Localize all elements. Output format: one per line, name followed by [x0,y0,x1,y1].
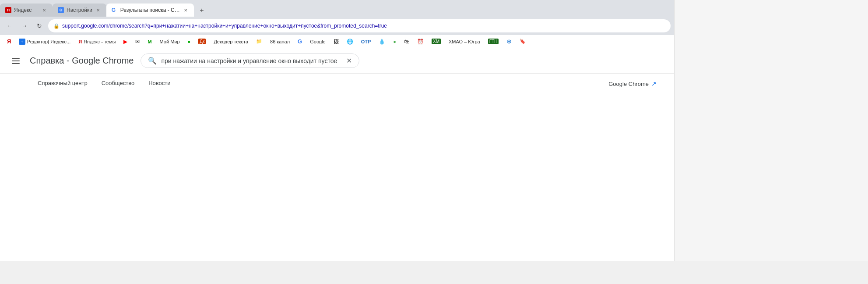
bookmark-hmao-icon[interactable]: ХМ [428,38,444,45]
search-query-text: при нажатии на настройки и управление ок… [161,57,342,64]
forward-button[interactable]: → [18,20,31,32]
help-header: Справка - Google Chrome 🔍 при нажатии на… [0,48,674,74]
content-area [0,94,674,261]
tab-settings[interactable]: ⚙ Настройки ✕ [53,4,106,17]
hamburger-line-2 [12,60,20,61]
help-logo: Справка - Google Chrome [30,56,134,66]
bookmark-yandex-themes[interactable]: Я Яндекс - темы [75,38,119,45]
tab-label-yandex: Яндекс [14,7,39,13]
tab-label-settings: Настройки [67,7,92,13]
product-label-text: Google Chrome [608,81,649,87]
address-text: support.google.com/chrome/search?q=при+н… [62,23,665,29]
bookmark-hmao[interactable]: ХМАО – Югра [445,38,484,45]
bookmark-tag[interactable]: 🔖 [516,38,529,45]
back-button[interactable]: ← [4,20,16,32]
nav-item-help-center[interactable]: Справочный центр [31,74,95,94]
help-nav-row: Справочный центр Сообщество Новости Goog… [0,74,674,94]
bookmark-youtube[interactable]: ▶ [120,38,131,46]
bookmark-dot-green[interactable]: ● [184,38,194,45]
tab-bar: Я Яндекс ✕ ⚙ Настройки ✕ G Результаты по… [0,0,674,17]
tab-label-results: Результаты поиска - Справка - [120,7,180,13]
right-panel [674,0,868,261]
tab-favicon-results: G [112,7,118,13]
hamburger-button[interactable] [9,54,23,68]
page-content: Справка - Google Chrome 🔍 при нажатии на… [0,48,674,261]
tab-close-results[interactable]: ✕ [183,7,189,13]
external-link-icon[interactable]: ↗ [651,80,657,87]
product-label-area: Google Chrome ↗ [608,80,674,87]
nav-item-news[interactable]: Новости [141,74,177,94]
bookmark-otr[interactable]: ОТР [358,38,375,45]
bookmarks-bar: Я + Редактор| Яндекс... Я Яндекс - темы … [0,35,674,48]
new-tab-button[interactable]: + [196,4,208,17]
bookmark-images[interactable]: 🖼 [330,38,342,46]
bookmark-clock[interactable]: ⏰ [414,38,427,46]
bookmark-mymir-icon[interactable]: М [144,38,155,45]
tab-yandex[interactable]: Я Яндекс ✕ [0,4,53,17]
address-field[interactable]: 🔒 support.google.com/chrome/search?q=при… [48,19,671,32]
tab-close-yandex[interactable]: ✕ [41,7,47,13]
bookmark-decoder[interactable]: Декодер текста [210,38,252,45]
tab-favicon-settings: ⚙ [58,7,64,13]
browser-window: Я Яндекс ✕ ⚙ Настройки ✕ G Результаты по… [0,0,674,261]
bookmark-86kanal[interactable]: 86 канал [267,38,293,45]
bookmark-google-icon[interactable]: G [294,37,306,46]
bookmark-snowflake[interactable]: ❄ [503,37,515,46]
bookmark-folder[interactable]: 📁 [253,38,266,45]
hamburger-line-1 [12,58,20,59]
bookmark-globe[interactable]: 🌐 [343,38,357,46]
search-icon: 🔍 [148,57,157,65]
bookmark-shop[interactable]: 🛍 [401,38,413,46]
nav-item-community[interactable]: Сообщество [95,74,142,94]
bookmark-add[interactable]: + Редактор| Яндекс... [15,38,74,46]
hamburger-line-3 [12,63,20,64]
search-bar[interactable]: 🔍 при нажатии на настройки и управление … [141,53,359,68]
bookmark-drop[interactable]: 💧 [375,38,389,46]
tab-close-settings[interactable]: ✕ [95,7,101,13]
help-nav: Справочный центр Сообщество Новости [0,74,208,94]
bookmark-yandex-icon[interactable]: Я [4,37,14,46]
lock-icon: 🔒 [53,23,60,29]
bookmark-google[interactable]: Google [306,38,329,45]
tab-favicon-yandex: Я [5,7,11,13]
bookmark-mymir[interactable]: Мой Мир [156,38,183,45]
clear-search-button[interactable]: ✕ [346,57,352,65]
bookmark-gtn[interactable]: ГТН [485,38,503,45]
bookmark-mail[interactable]: ✉ [132,38,143,46]
tab-results[interactable]: G Результаты поиска - Справка - ✕ [106,4,194,17]
refresh-button[interactable]: ↻ [33,20,46,32]
bookmark-decoder-icon[interactable]: Дк [195,38,209,45]
bookmark-dot2[interactable]: ● [390,38,400,45]
address-bar-row: ← → ↻ 🔒 support.google.com/chrome/search… [0,17,674,35]
